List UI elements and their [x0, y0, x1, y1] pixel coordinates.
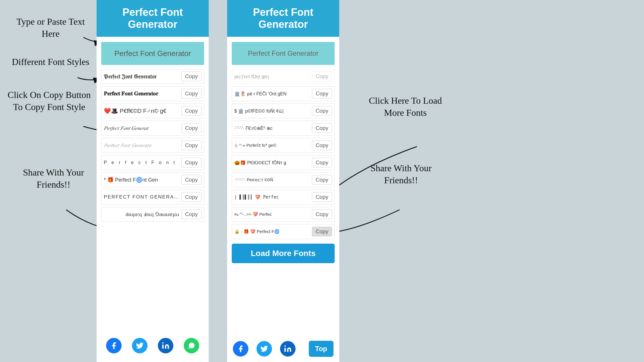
font-text: 🔒 · 🎁 💝 Perfect F🌀 — [234, 229, 310, 234]
svg-point-1 — [162, 342, 164, 344]
annotation-copy: Click On Copy Button To Copy Font Style — [7, 89, 91, 113]
font-text: | ▌║▌║║ 💝 Perfec — [234, 195, 310, 200]
font-row-r0: ρεɾƒεcτ fΩητ gεη Copy — [232, 69, 335, 84]
font-row-flip: ɹoʇɐɹǝuǝ⅁ ʇuoℲ ʇɔǝɟɹǝd Copy — [101, 207, 204, 222]
font-text: ·'·'·'·'· ΠƐr©⊕Ē⁰ ⊕c — [234, 126, 310, 131]
right-panel-header: Perfect Font Generator — [227, 0, 339, 37]
font-text: P e r f e c t F o n t — [104, 160, 179, 165]
copy-button-emoji2[interactable]: Copy — [181, 175, 202, 185]
whatsapp-icon[interactable] — [184, 338, 199, 353]
copy-button-r3[interactable]: Copy — [312, 123, 332, 133]
font-row-emoji1: ❤️🎩 P€ff€©D F♂n© g€ Copy — [101, 103, 204, 118]
font-row-r4: ·|··°'·» Ρεrfe©t fo⁴ ge© Copy — [232, 138, 335, 153]
copy-button-r4[interactable]: Copy — [312, 140, 332, 150]
copy-button-r7[interactable]: Copy — [312, 192, 332, 202]
copy-button-bold[interactable]: Copy — [181, 89, 202, 99]
font-text: 🎃🎁 РЄЮ©ЄСТ fÔNт g — [234, 160, 310, 165]
top-button[interactable]: Top — [309, 341, 334, 357]
left-panel-header: Perfect Font Generator — [97, 0, 209, 37]
copy-button-r6[interactable]: Copy — [312, 175, 332, 185]
copy-button-emoji1[interactable]: Copy — [181, 106, 202, 116]
annotation-load-more: Click Here To Load More Fonts — [359, 95, 451, 119]
linkedin-icon[interactable] — [158, 338, 173, 353]
twitter-icon-right[interactable] — [256, 341, 272, 357]
font-text: 𝐏𝐞𝐫𝐟𝐞𝐜𝐭 𝐅𝐨𝐧𝐭 𝐆𝐞𝐧𝐞𝐫𝐚𝐭𝐨𝐫 — [104, 90, 179, 97]
copy-button-upper[interactable]: Copy — [181, 192, 202, 202]
font-text: ρεɾƒεcτ fΩητ gεη — [234, 74, 310, 79]
copy-button-r5[interactable]: Copy — [312, 158, 332, 167]
font-text: $ 🏛️ p©fFE©© foŇt ¢⊆| — [234, 108, 310, 114]
copy-button-fraktur[interactable]: Copy — [181, 72, 202, 81]
font-text: 𝘗𝘦𝘳𝘧𝘦𝘤𝘵 𝘍𝘰𝘯𝘵 𝘎𝘦𝘯𝘦𝘳𝘢𝘵𝘰 — [104, 143, 179, 149]
copy-button-r2[interactable]: Copy — [312, 106, 332, 116]
social-share-right: Top — [227, 336, 339, 362]
right-panel: Perfect Font Generator Perfect Font Gene… — [227, 0, 339, 362]
font-row-italic2: 𝘗𝘦𝘳𝘧𝘦𝘤𝘵 𝘍𝘰𝘯𝘵 𝘎𝘦𝘯𝘦𝘳𝘢𝘵𝘰 Copy — [101, 138, 204, 153]
twitter-icon[interactable] — [132, 338, 147, 353]
font-row-emoji2: * 🎁 Perfect F🌀nt Gen Copy — [101, 172, 204, 187]
load-more-button[interactable]: Load More Fonts — [232, 244, 335, 263]
font-text: * 🎁 Perfect F🌀nt Gen — [104, 177, 179, 183]
facebook-icon-right[interactable] — [233, 341, 248, 357]
font-row-r1: 🏛️🌷 pé r FEČt 'Ont gEN Copy — [232, 86, 335, 101]
copy-button-r8[interactable]: Copy — [312, 209, 332, 219]
annotation-styles: Different Font Styles — [10, 56, 91, 68]
font-text: ·'·'·'·'·'· Рея'е⊏т ©0Ñ — [234, 177, 310, 182]
annotation-share-right: Share With Your Friends!! — [358, 162, 444, 186]
font-row-bold: 𝐏𝐞𝐫𝐟𝐞𝐜𝐭 𝐅𝐨𝐧𝐭 𝐆𝐞𝐧𝐞𝐫𝐚𝐭𝐨𝐫 Copy — [101, 86, 204, 101]
font-row-spaced: P e r f e c t F o n t Copy — [101, 155, 204, 170]
copy-button-italic1[interactable]: Copy — [181, 123, 202, 133]
annotation-share-left: Share With Your Friends!! — [16, 167, 91, 190]
font-row-fraktur: 𝔓𝔢𝔯𝔣𝔢𝔠𝔱 𝔍𝔬𝔫𝔱 𝔊𝔢𝔫𝔢𝔯𝔞𝔱𝔬𝔯 Copy — [101, 69, 204, 84]
font-row-r6: ·'·'·'·'·'· Рея'е⊏т ©0Ñ Copy — [232, 172, 335, 187]
font-text: 𝔓𝔢𝔯𝔣𝔢𝔠𝔱 𝔍𝔬𝔫𝔱 𝔊𝔢𝔫𝔢𝔯𝔞𝔱𝔬𝔯 — [104, 73, 179, 80]
font-text: ɹoʇɐɹǝuǝ⅁ ʇuoℲ ʇɔǝɟɹǝd — [104, 211, 179, 217]
copy-button-r0[interactable]: Copy — [312, 72, 332, 81]
linkedin-icon-right[interactable] — [280, 341, 296, 357]
copy-button-r9[interactable]: Copy — [312, 227, 332, 236]
font-row-r5: 🎃🎁 РЄЮ©ЄСТ fÔNт g Copy — [232, 155, 335, 170]
font-row-r9: 🔒 · 🎁 💝 Perfect F🌀 Copy — [232, 224, 335, 239]
font-text: 🏛️🌷 pé r FEČt 'Ont gEN — [234, 91, 310, 97]
facebook-icon[interactable] — [106, 338, 122, 353]
right-text-input[interactable]: Perfect Font Generator — [232, 42, 335, 65]
font-text: 𝑃𝑒𝑟𝑓𝑒𝑐𝑡 𝐹𝑜𝑛𝑡 𝐺𝑒𝑛𝑒𝑟𝑎𝑡 — [104, 125, 179, 131]
font-row-r3: ·'·'·'·'· ΠƐr©⊕Ē⁰ ⊕c Copy — [232, 121, 335, 136]
font-row-r8: ¤₄·°-̈·..>> 💝 Perfec Copy — [232, 207, 335, 222]
copy-button-italic2[interactable]: Copy — [181, 140, 202, 150]
copy-button-r1[interactable]: Copy — [312, 89, 332, 99]
svg-point-2 — [284, 345, 286, 347]
font-row-r7: | ▌║▌║║ 💝 Perfec Copy — [232, 190, 335, 205]
copy-button-flip[interactable]: Copy — [181, 209, 202, 219]
left-panel: Perfect Font Generator Perfect Font Gene… — [97, 0, 209, 362]
font-text: ·|··°'·» Ρεrfe©t fo⁴ ge© — [234, 143, 310, 148]
font-row-italic1: 𝑃𝑒𝑟𝑓𝑒𝑐𝑡 𝐹𝑜𝑛𝑡 𝐺𝑒𝑛𝑒𝑟𝑎𝑡 Copy — [101, 121, 204, 136]
font-text: ❤️🎩 P€ff€©D F♂n© g€ — [104, 107, 179, 114]
annotation-type: Type or Paste Text Here — [10, 16, 91, 40]
copy-button-spaced[interactable]: Copy — [181, 158, 202, 167]
font-text: PERFECT FONT GENERATOR — [104, 194, 179, 200]
social-share-left — [97, 329, 209, 362]
font-row-upper: PERFECT FONT GENERATOR Copy — [101, 190, 204, 205]
left-text-input[interactable]: Perfect Font Generator — [101, 42, 204, 65]
font-row-r2: $ 🏛️ p©fFE©© foŇt ¢⊆| Copy — [232, 103, 335, 118]
font-text: ¤₄·°-̈·..>> 💝 Perfec — [234, 212, 310, 217]
